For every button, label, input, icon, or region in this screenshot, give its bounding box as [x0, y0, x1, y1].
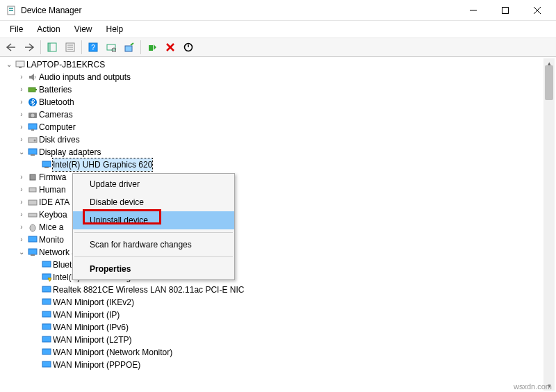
tree-label: Display adapters — [39, 146, 101, 158]
uninstall-button[interactable] — [162, 39, 179, 56]
svg-rect-22 — [16, 61, 24, 67]
svg-rect-34 — [31, 154, 35, 156]
back-button[interactable] — [3, 39, 19, 56]
menu-action[interactable]: Action — [31, 23, 65, 35]
tree-label: WAN Miniport (IP) — [53, 309, 120, 321]
enable-button[interactable] — [144, 39, 161, 56]
update-driver-button[interactable] — [121, 39, 138, 56]
tree-label: WAN Miniport (IPv6) — [53, 321, 129, 334]
context-menu-separator — [74, 232, 233, 233]
tree-label: WAN Miniport (PPPOE) — [53, 359, 140, 371]
expand-icon[interactable]: › — [17, 96, 26, 108]
tree-display[interactable]: ⌄Display adapters — [3, 146, 543, 158]
svg-point-41 — [30, 224, 35, 231]
tree-display-child[interactable]: Intel(R) UHD Graphics 620 — [3, 158, 543, 171]
network-adapter-icon — [40, 309, 53, 320]
computer-icon — [14, 59, 26, 70]
hid-icon — [26, 184, 39, 195]
close-button[interactable] — [521, 0, 553, 21]
maximize-button[interactable] — [489, 0, 521, 21]
tree-net-realtek[interactable]: Realtek 8821CE Wireless LAN 802.11ac PCI… — [3, 284, 543, 296]
expand-icon[interactable]: › — [17, 83, 26, 96]
tree-net-monitor[interactable]: WAN Miniport (Network Monitor) — [3, 346, 543, 359]
tree-net-ikev2[interactable]: WAN Miniport (IKEv2) — [3, 296, 543, 309]
expand-icon[interactable]: › — [17, 121, 26, 133]
tree-net-pppoe[interactable]: WAN Miniport (PPPOE) — [3, 359, 543, 371]
tree-audio[interactable]: ›Audio inputs and outputs — [3, 71, 543, 83]
menu-help[interactable]: Help — [101, 23, 129, 35]
expand-icon[interactable]: › — [17, 196, 26, 209]
expand-icon[interactable]: › — [17, 108, 26, 121]
tree-root[interactable]: ⌄ LAPTOP-JB1EKRCS — [3, 58, 543, 71]
mouse-icon — [26, 222, 39, 233]
network-adapter-icon — [40, 284, 53, 295]
tree-label: Disk drives — [39, 133, 80, 146]
ctx-uninstall-device[interactable]: Uninstall device — [73, 211, 234, 229]
collapse-icon[interactable]: ⌄ — [17, 246, 26, 259]
svg-rect-51 — [42, 336, 51, 342]
scan-button[interactable] — [103, 39, 120, 56]
svg-rect-24 — [28, 88, 35, 92]
tree-cameras[interactable]: ›Cameras — [3, 108, 543, 121]
tree-label: WAN Miniport (IKEv2) — [53, 296, 134, 309]
svg-rect-18 — [149, 45, 153, 51]
forward-button[interactable] — [21, 39, 38, 56]
bluetooth-icon — [26, 97, 39, 108]
svg-rect-36 — [44, 167, 49, 168]
svg-rect-8 — [48, 43, 51, 51]
tree-label: Monito — [39, 234, 64, 246]
svg-rect-52 — [42, 349, 51, 354]
ctx-disable-device[interactable]: Disable device — [73, 193, 234, 211]
tree-computer[interactable]: ›Computer — [3, 121, 543, 133]
tree-net-ipv6[interactable]: WAN Miniport (IPv6) — [3, 321, 543, 334]
tree-label: Bluetooth — [39, 96, 74, 108]
tree-disk[interactable]: ›Disk drives — [3, 133, 543, 146]
tree-bluetooth[interactable]: ›Bluetooth — [3, 96, 543, 108]
disable-button[interactable] — [180, 39, 197, 56]
collapse-icon[interactable]: ⌄ — [4, 58, 14, 71]
ide-icon — [26, 197, 39, 208]
context-menu-separator — [74, 256, 233, 257]
svg-rect-38 — [29, 188, 36, 192]
camera-icon — [26, 109, 39, 120]
expand-icon[interactable]: › — [17, 71, 26, 83]
collapse-icon[interactable]: ⌄ — [17, 146, 26, 158]
ctx-scan-hardware[interactable]: Scan for hardware changes — [73, 236, 234, 254]
expand-icon[interactable]: › — [17, 234, 26, 246]
speaker-icon — [26, 72, 39, 83]
svg-rect-35 — [42, 161, 51, 167]
watermark: wsxdn.com — [514, 382, 552, 391]
tree-net-l2tp[interactable]: WAN Miniport (L2TP) — [3, 334, 543, 346]
menu-file[interactable]: File — [4, 23, 28, 35]
svg-rect-4 — [502, 7, 509, 13]
svg-point-32 — [34, 140, 36, 142]
show-hide-tree-button[interactable] — [44, 39, 60, 56]
expand-icon[interactable]: › — [17, 221, 26, 234]
network-adapter-warn-icon — [40, 272, 53, 283]
expand-icon[interactable]: › — [17, 133, 26, 146]
ctx-update-driver[interactable]: Update driver — [73, 175, 234, 193]
tree-label: Batteries — [39, 83, 72, 96]
minimize-button[interactable] — [457, 0, 489, 21]
expand-icon[interactable]: › — [17, 171, 26, 183]
svg-rect-2 — [9, 10, 13, 11]
svg-rect-39 — [28, 200, 37, 205]
svg-rect-40 — [28, 213, 37, 217]
expand-icon[interactable]: › — [17, 183, 26, 196]
ctx-properties[interactable]: Properties — [73, 260, 234, 278]
vertical-scrollbar[interactable]: ▴ ▾ — [543, 58, 555, 391]
tree-label: Audio inputs and outputs — [39, 71, 131, 83]
svg-rect-15 — [107, 44, 115, 50]
expand-icon[interactable]: › — [17, 209, 26, 221]
chip-icon — [26, 172, 39, 183]
tree-net-ip[interactable]: WAN Miniport (IP) — [3, 309, 543, 321]
display-icon — [26, 147, 39, 158]
properties-button[interactable] — [62, 39, 79, 56]
menu-view[interactable]: View — [69, 23, 98, 35]
network-adapter-icon — [40, 259, 53, 270]
tree-label: WAN Miniport (Network Monitor) — [53, 346, 172, 359]
tree-label: Intel(R) UHD Graphics 620 — [53, 158, 152, 171]
tree-batteries[interactable]: ›Batteries — [3, 83, 543, 96]
help-button[interactable]: ? — [85, 39, 101, 56]
scrollbar-thumb[interactable] — [545, 65, 553, 100]
